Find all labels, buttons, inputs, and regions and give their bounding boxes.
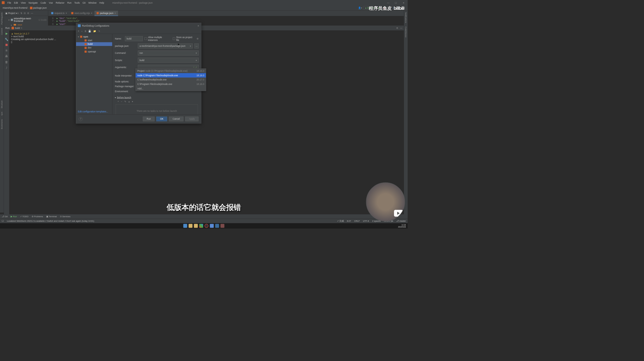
close-icon[interactable]: × xyxy=(91,12,92,15)
command-field[interactable]: run▾ xyxy=(138,50,199,55)
dropdown-item-program-files-node[interactable]: C:\Program Files\nodejs\node.exe18.16.0 xyxy=(136,82,206,86)
rerun-icon[interactable]: ▶ xyxy=(6,32,8,35)
menu-edit[interactable]: Edit xyxy=(13,1,19,4)
copy-config-icon[interactable]: ⎘ xyxy=(85,30,86,32)
print-icon[interactable]: 🖶 xyxy=(5,55,8,58)
run-console[interactable]: ▲ Next.js 14.2.7 > next build Creating a… xyxy=(9,30,404,218)
breadcrumb-file[interactable]: package.json xyxy=(29,6,48,9)
export-icon[interactable]: ⤴ xyxy=(6,66,7,70)
folder-icon[interactable]: 📁 xyxy=(93,30,96,32)
tab-package-json[interactable]: package.json× xyxy=(94,11,118,16)
help-button[interactable]: ? xyxy=(79,117,83,121)
menu-navigate[interactable]: Navigate xyxy=(27,1,39,4)
config-type-npm[interactable]: ▾npm xyxy=(76,35,112,38)
ok-button[interactable]: OK xyxy=(156,117,167,121)
config-item-build[interactable]: build xyxy=(76,42,112,46)
expand-all-icon[interactable]: ⇅ xyxy=(20,12,22,14)
git-tool-tab[interactable]: ⎇ Git xyxy=(2,215,8,218)
settings-icon[interactable]: ⚙ xyxy=(27,12,29,14)
minimize-icon[interactable]: — xyxy=(386,1,391,4)
add-config-icon[interactable]: + xyxy=(78,30,79,32)
menu-refactor[interactable]: Refactor xyxy=(54,1,66,4)
tab-next-config[interactable]: next.config.mjs× xyxy=(69,11,94,16)
status-branch[interactable]: ⎇ master xyxy=(396,219,406,223)
scroll-icon[interactable]: ⇊ xyxy=(5,48,8,52)
menu-vue[interactable]: Vue xyxy=(47,1,54,4)
gutter-run-icon[interactable]: ▸ xyxy=(55,20,59,22)
down-icon[interactable]: ▾ xyxy=(132,100,133,103)
name-field[interactable]: build xyxy=(125,36,143,41)
close-icon[interactable]: × xyxy=(66,12,67,15)
structure-tab[interactable]: Structure xyxy=(1,100,3,108)
taskbar-app2-icon[interactable] xyxy=(220,224,224,228)
dropdown-item-add[interactable]: Add... xyxy=(136,86,206,91)
trash-icon[interactable]: 🗑 xyxy=(5,61,8,64)
npm-tab[interactable]: npm xyxy=(1,112,3,116)
package-json-field[interactable]: a-next\mianshiya-next-frontend\package.j… xyxy=(138,43,193,48)
bookmarks-tab[interactable]: Bookmarks xyxy=(1,119,3,129)
dropdown-item-node-program-files[interactable]: node C:\Program Files\nodejs\node.exe18.… xyxy=(136,73,206,78)
taskbar-explorer-icon[interactable] xyxy=(189,224,193,228)
add-task-icon[interactable]: + xyxy=(118,100,119,103)
dialog-close-icon[interactable]: ✕ xyxy=(197,24,199,27)
taskbar-start-icon[interactable] xyxy=(183,224,187,228)
todo-tool-tab[interactable]: ✓ TODO xyxy=(20,215,29,218)
taskbar-record-icon[interactable] xyxy=(204,224,208,228)
problems-tool-tab[interactable]: ⊘ Problems xyxy=(32,215,43,218)
menu-tools[interactable]: Tools xyxy=(73,1,81,4)
commit-tab[interactable]: Commit xyxy=(1,28,3,35)
status-cursor-pos[interactable]: 8:27 xyxy=(347,219,351,223)
config-item-start[interactable]: start xyxy=(76,38,112,42)
maximize-icon[interactable]: ☐ xyxy=(393,1,398,4)
save-config-icon[interactable]: 💾 xyxy=(88,30,91,32)
close-icon[interactable]: × xyxy=(115,12,116,15)
user-icon[interactable]: 👤▾ xyxy=(358,6,362,9)
up-icon[interactable]: ▴ xyxy=(129,100,130,103)
codeglance-tab[interactable]: CodeGlance xyxy=(405,27,407,38)
apply-button[interactable]: Apply xyxy=(185,117,199,121)
notifications-tab[interactable]: Notifications xyxy=(405,12,407,23)
config-item-openapi[interactable]: openapi xyxy=(76,50,112,53)
run-settings-icon[interactable]: ⚙ xyxy=(396,27,398,29)
tree-root[interactable]: ▾mianshiya-next-frontendC:\code xyxy=(4,17,48,23)
edit-task-icon[interactable]: ✎ xyxy=(124,100,126,103)
menu-run[interactable]: Run xyxy=(66,1,73,4)
status-encoding[interactable]: UTF-8 xyxy=(363,219,369,223)
menu-file[interactable]: File xyxy=(6,1,13,4)
taskbar-app-icon[interactable] xyxy=(210,224,214,228)
before-launch-header[interactable]: ▾Before launch xyxy=(115,96,199,99)
tab-request-ts[interactable]: request.ts× xyxy=(49,11,69,16)
sort-icon[interactable]: ⇅ xyxy=(98,30,100,32)
select-opened-icon[interactable]: ⊙ xyxy=(17,12,19,14)
run-tab-build[interactable]: build × xyxy=(11,27,22,29)
dropdown-item-software-node[interactable]: C:\software\nodejs\node.exe20.17.0 xyxy=(136,78,206,82)
store-project-checkbox[interactable]: Store as project file xyxy=(173,36,195,41)
dropdown-item-project[interactable]: Projectnode (C:\Program Files\nodejs\nod… xyxy=(136,69,206,73)
taskbar-chrome-icon[interactable] xyxy=(199,224,203,228)
run-tool-tab[interactable]: ▶ Run xyxy=(11,215,17,218)
remove-config-icon[interactable]: − xyxy=(81,30,83,32)
gutter-run-icon[interactable]: ▸ xyxy=(55,22,59,25)
services-tool-tab[interactable]: ⊙ Services xyxy=(60,215,71,218)
remove-task-icon[interactable]: − xyxy=(121,100,122,103)
menu-window[interactable]: Window xyxy=(87,1,98,4)
terminal-tool-tab[interactable]: ▣ Terminal xyxy=(46,215,57,218)
edit-templates-link[interactable]: Edit configuration templates... xyxy=(76,109,110,115)
browse-button[interactable]: ... xyxy=(194,43,199,48)
run-button[interactable]: Run xyxy=(143,117,155,121)
breadcrumb-project[interactable]: mianshiya-next-frontend xyxy=(2,6,28,9)
menu-code[interactable]: Code xyxy=(39,1,48,4)
notification-text[interactable]: Localized WebStorm 2023.2 is available /… xyxy=(7,220,94,222)
collapse-all-icon[interactable]: ⊟ xyxy=(24,12,26,14)
stop-icon[interactable] xyxy=(6,44,8,46)
run-hide-icon[interactable]: — xyxy=(400,27,402,29)
config-item-dev[interactable]: dev xyxy=(76,46,112,50)
menu-help[interactable]: Help xyxy=(98,1,106,4)
menu-view[interactable]: View xyxy=(19,1,27,4)
status-icon[interactable]: ☐ xyxy=(2,220,4,222)
menu-git[interactable]: Git xyxy=(81,1,87,4)
status-line-sep[interactable]: CRLF xyxy=(354,219,360,223)
cancel-button[interactable]: Cancel xyxy=(169,117,183,121)
gear-icon[interactable]: ⚙ xyxy=(197,37,199,40)
scripts-field[interactable]: build▾ xyxy=(138,58,199,63)
